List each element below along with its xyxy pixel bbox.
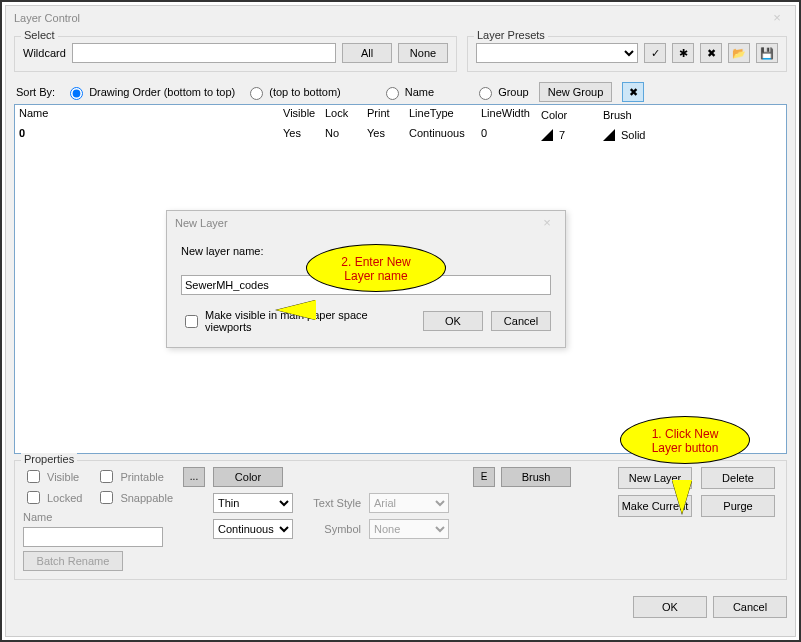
snappable-checkbox[interactable]: Snappable [96,488,173,507]
dialog-ok-button[interactable]: OK [423,311,483,331]
wildcard-input[interactable] [72,43,336,63]
all-button[interactable]: All [342,43,392,63]
cell-print: Yes [363,125,405,145]
purge-button[interactable]: Purge [701,495,775,517]
col-name[interactable]: Name [15,105,279,124]
brush-swatch-icon [603,129,615,141]
sort-group[interactable]: Group [474,84,529,100]
dialog-close-icon[interactable]: × [529,212,565,234]
open-icon[interactable]: 📂 [728,43,750,63]
color-swatch-icon [541,129,553,141]
text-style-label: Text Style [301,497,361,509]
dialog-title: New Layer [175,217,228,229]
col-color[interactable]: Color [537,105,599,124]
layer-name-input[interactable] [23,527,163,547]
sort-label: Sort By: [16,86,55,98]
color-button[interactable]: Color [213,467,283,487]
delete-button[interactable]: Delete [701,467,775,489]
collapse-icon[interactable]: ✖ [622,82,644,102]
sort-drawing-order[interactable]: Drawing Order (bottom to top) [65,84,235,100]
select-group: Select Wildcard All None [14,36,457,72]
grid-header: Name Visible Lock Print LineType LineWid… [15,105,786,125]
callout-click-new-layer: 1. Click New Layer button [620,416,750,464]
printable-checkbox[interactable]: Printable [96,467,173,486]
symbol-label: Symbol [301,523,361,535]
cell-name: 0 [15,125,279,145]
check-icon[interactable]: ✓ [644,43,666,63]
dialog-cancel-button[interactable]: Cancel [491,311,551,331]
cell-color: 7 [537,125,599,145]
text-style-select[interactable]: Arial [369,493,449,513]
presets-select[interactable] [476,43,638,63]
close-icon[interactable]: × [759,7,795,29]
asterisk-icon[interactable]: ✱ [672,43,694,63]
linetype-select[interactable]: Continuous [213,519,293,539]
ok-button[interactable]: OK [633,596,707,618]
dialog-title-bar: New Layer × [167,211,565,235]
sort-name[interactable]: Name [381,84,434,100]
brush-picker-icon[interactable]: E [473,467,495,487]
locked-checkbox[interactable]: Locked [23,488,90,507]
cell-linewidth: 0 [477,125,537,145]
presets-group: Layer Presets ✓ ✱ ✖ 📂 💾 [467,36,787,72]
cell-linetype: Continuous [405,125,477,145]
wildcard-label: Wildcard [23,47,66,59]
symbol-select[interactable]: None [369,519,449,539]
save-icon[interactable]: 💾 [756,43,778,63]
select-legend: Select [21,29,58,41]
brush-button[interactable]: Brush [501,467,571,487]
window-title: Layer Control [14,12,80,24]
col-brush[interactable]: Brush [599,105,661,124]
properties-group: Properties Visible Printable Locked Snap… [14,460,787,580]
col-print[interactable]: Print [363,105,405,124]
cancel-button[interactable]: Cancel [713,596,787,618]
title-bar: Layer Control × [6,6,795,30]
color-picker-icon[interactable]: ... [183,467,205,487]
properties-legend: Properties [21,453,77,465]
new-group-button[interactable]: New Group [539,82,613,102]
col-visible[interactable]: Visible [279,105,321,124]
cell-visible: Yes [279,125,321,145]
cell-brush: Solid [599,125,661,145]
delete-preset-icon[interactable]: ✖ [700,43,722,63]
sort-top-to-bottom[interactable]: (top to bottom) [245,84,341,100]
line-weight-select[interactable]: Thin [213,493,293,513]
table-row[interactable]: 0 Yes No Yes Continuous 0 7 Solid [15,125,786,145]
col-linewidth[interactable]: LineWidth [477,105,537,124]
callout-enter-name: 2. Enter New Layer name [306,244,446,292]
sort-row: Sort By: Drawing Order (bottom to top) (… [14,78,787,104]
none-button[interactable]: None [398,43,448,63]
col-linetype[interactable]: LineType [405,105,477,124]
cell-lock: No [321,125,363,145]
presets-legend: Layer Presets [474,29,548,41]
visible-checkbox[interactable]: Visible [23,467,90,486]
col-lock[interactable]: Lock [321,105,363,124]
batch-rename-button[interactable]: Batch Rename [23,551,123,571]
name-label: Name [23,511,173,523]
